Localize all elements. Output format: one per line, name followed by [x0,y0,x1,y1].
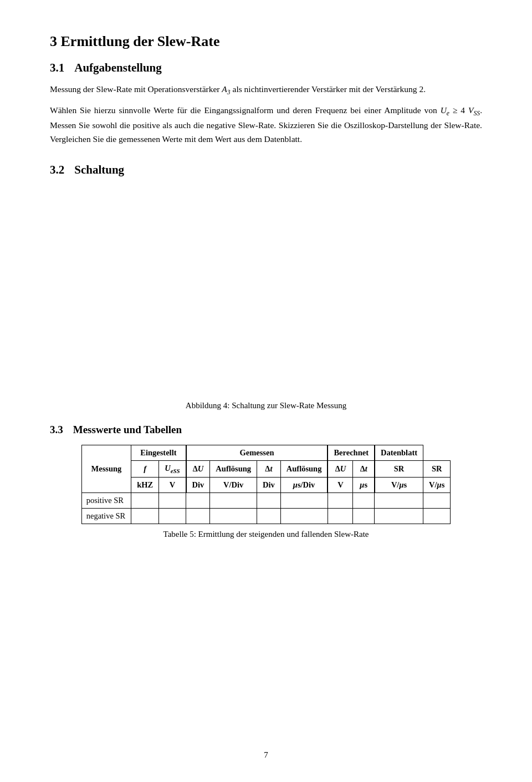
col-auflosung-1: Auflösung [210,460,257,477]
subsection-3-1-title: 3.1Aufgabenstellung [50,61,482,75]
figure-4-area [50,185,482,395]
unit-vus-2: V/μs [423,477,451,492]
table-header-columns: f UeSS ΔU Auflösung Δt Auflösung ΔU Δt S… [81,460,451,477]
unit-div-1: Div [186,477,210,492]
table-header-units: kHZ V Div V/Div Div μs/Div V μs V/μs V/μ… [81,477,451,492]
cell-pos-du1 [186,492,210,508]
cell-pos-uess [159,492,186,508]
cell-neg-sr-ber [375,508,423,524]
unit-usdiv: μs/Div [280,477,328,492]
unit-khz: kHZ [131,477,159,492]
table-header-groups: Messung Eingestellt Gemessen Berechnet D… [81,445,451,460]
cell-neg-dt2 [353,508,375,524]
cell-neg-dt1 [257,508,281,524]
cell-pos-dt1 [257,492,281,508]
subsection-3-3-title: 3.3Messwerte und Tabellen [50,424,482,436]
cell-neg-du2 [328,508,353,524]
cell-neg-auflos2 [280,508,328,524]
unit-vdiv: V/Div [210,477,257,492]
figure-4-caption: Abbildung 4: Schaltung zur Slew-Rate Mes… [50,401,482,410]
cell-neg-auflos1 [210,508,257,524]
page-number: 7 [0,750,532,760]
subsection-3-2: 3.2Schaltung Abbildung 4: Schaltung zur … [50,163,482,410]
cell-pos-sr-ber [375,492,423,508]
table-5-wrapper: Messung Eingestellt Gemessen Berechnet D… [50,445,482,524]
header-berechnet: Berechnet [328,445,375,460]
header-gemessen: Gemessen [186,445,328,460]
label-positive-sr: positive SR [81,492,131,508]
subsection-3-3: 3.3Messwerte und Tabellen Messung Einges… [50,424,482,539]
cell-pos-auflos1 [210,492,257,508]
table-5: Messung Eingestellt Gemessen Berechnet D… [81,445,451,524]
col-auflosung-2: Auflösung [280,460,328,477]
cell-neg-f [131,508,159,524]
paragraph-1: Messung der Slew-Rate mit Operationsvers… [50,83,482,98]
col-delta-u-2: ΔU [328,460,353,477]
cell-pos-du2 [328,492,353,508]
label-negative-sr: negative SR [81,508,131,524]
table-row-positive-sr: positive SR [81,492,451,508]
unit-v-2: V [328,477,353,492]
header-datenblatt: Datenblatt [375,445,423,460]
unit-v: V [159,477,186,492]
unit-us: μs [353,477,375,492]
cell-pos-sr-dat [423,492,451,508]
subsection-3-2-title: 3.2Schaltung [50,163,482,177]
cell-neg-sr-dat [423,508,451,524]
paragraph-2: Wählen Sie hierzu sinnvolle Werte für di… [50,104,482,146]
col-sr-datenblatt: SR [423,460,451,477]
page: 3 Ermittlung der Slew-Rate 3.1Aufgabenst… [0,0,532,782]
table-5-caption: Tabelle 5: Ermittlung der steigenden und… [50,530,482,539]
cell-pos-auflos2 [280,492,328,508]
col-f: f [131,460,159,477]
section-3-title: 3 Ermittlung der Slew-Rate [50,33,482,50]
header-messung: Messung [81,445,131,492]
col-sr-berechnet: SR [375,460,423,477]
table-row-negative-sr: negative SR [81,508,451,524]
unit-div-2: Div [257,477,281,492]
cell-neg-uess [159,508,186,524]
cell-pos-f [131,492,159,508]
header-eingestellt: Eingestellt [131,445,186,460]
unit-vus-1: V/μs [375,477,423,492]
col-delta-t-1: Δt [257,460,281,477]
col-delta-u-1: ΔU [186,460,210,477]
cell-neg-du1 [186,508,210,524]
col-delta-t-2: Δt [353,460,375,477]
cell-pos-dt2 [353,492,375,508]
col-uess: UeSS [159,460,186,477]
